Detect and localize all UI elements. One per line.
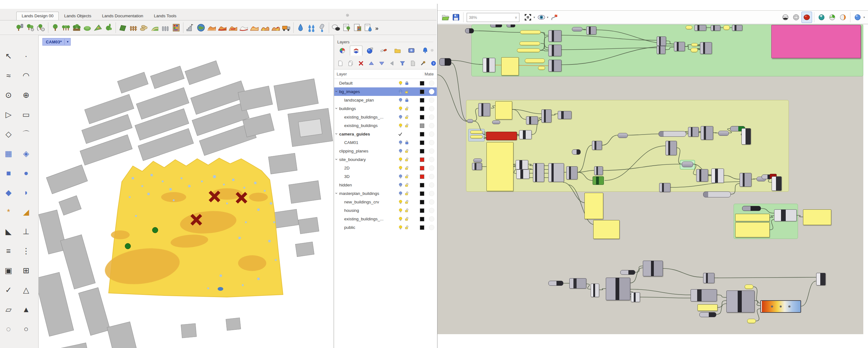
rhino-tool-23[interactable]: ⊞ [19, 264, 33, 277]
rhino-tool-24[interactable]: ✓ [2, 284, 16, 296]
dropdown-arrow-icon[interactable]: ▾ [533, 16, 535, 19]
rhino-tool-16[interactable]: * [2, 206, 16, 218]
tree-button[interactable] [50, 22, 61, 34]
gh-node-pill-cap-long[interactable] [658, 131, 686, 137]
rhino-tool-26[interactable]: ▱ [2, 303, 16, 316]
layer-lock-icon[interactable] [404, 148, 409, 154]
expand-chevron-icon[interactable] [334, 157, 339, 162]
mountain-hollow-button[interactable] [238, 22, 249, 34]
layer-visibility-bulb-icon[interactable] [398, 182, 403, 188]
gh-node-slider-sm[interactable] [470, 135, 483, 139]
gh-node-pill[interactable] [572, 27, 583, 31]
layer-lock-icon[interactable] [404, 208, 409, 213]
fence-button[interactable] [128, 22, 139, 34]
layer-lock-icon[interactable] [404, 114, 409, 120]
layer-row-cam01[interactable]: CAM01 [334, 138, 437, 147]
layer-row-hidden[interactable]: hidden [334, 181, 437, 189]
layer-material-cell[interactable] [426, 89, 437, 94]
ball-red-selected-button[interactable] [801, 11, 812, 23]
rhino-tool-4[interactable]: ⊙ [2, 89, 16, 101]
layers-down-button[interactable] [377, 58, 386, 68]
sprinkler-button[interactable] [316, 22, 327, 34]
zoom-level-combobox[interactable]: 38%∨ [467, 13, 519, 22]
gh-node-comp-light[interactable] [631, 292, 640, 302]
layer-color-swatch[interactable] [420, 123, 424, 128]
gh-node-pill-cap[interactable] [548, 281, 563, 286]
tree-tool-button[interactable] [14, 22, 25, 34]
gh-node-comp-sm[interactable] [558, 111, 571, 119]
rhino-tool-15[interactable]: ◗ [19, 186, 33, 199]
mountain-cap-button[interactable] [249, 22, 260, 34]
rhino-tool-11[interactable]: ◈ [19, 147, 33, 160]
gh-node-slider-sm[interactable] [538, 66, 545, 70]
layer-material-cell[interactable] [426, 123, 437, 128]
layer-visibility-bulb-icon[interactable] [398, 81, 403, 86]
layer-visibility-bulb-icon[interactable] [398, 165, 403, 171]
layer-visibility-bulb-icon[interactable] [398, 191, 403, 196]
layer-color-swatch[interactable] [420, 174, 424, 179]
layer-color-swatch[interactable] [420, 81, 424, 86]
layer-visibility-bulb-icon[interactable] [398, 114, 403, 120]
layer-material-cell[interactable] [426, 114, 437, 120]
layer-visibility-bulb-icon[interactable] [398, 140, 403, 145]
gh-node-red[interactable] [486, 132, 517, 140]
save-button[interactable] [451, 11, 461, 23]
gh-node-comp-big[interactable] [726, 290, 755, 313]
rhino-tool-29[interactable]: ○ [19, 322, 33, 335]
ball-blue-button[interactable] [852, 11, 863, 23]
gh-node-panel-wide[interactable] [735, 214, 770, 221]
gh-node-pill-dark[interactable] [439, 58, 451, 66]
gh-node-slider-sm[interactable] [723, 25, 730, 30]
layer-material-cell[interactable] [426, 132, 437, 137]
gh-node-panel[interactable] [593, 220, 620, 239]
path-button[interactable] [150, 22, 160, 34]
layers-up-button[interactable] [367, 58, 376, 68]
layer-visibility-bulb-icon[interactable] [398, 174, 403, 179]
layer-lock-icon[interactable] [404, 157, 409, 162]
gh-node-comp[interactable] [740, 173, 751, 187]
menu-tab-lands-documentation[interactable]: Lands Documentation [97, 11, 149, 20]
ball-green-button[interactable] [827, 11, 838, 23]
gh-node-comp[interactable] [541, 109, 552, 123]
layer-visibility-bulb-icon[interactable] [398, 148, 403, 154]
layer-color-swatch[interactable] [420, 183, 424, 187]
gh-node-comp[interactable] [548, 30, 561, 42]
layer-material-cell[interactable] [426, 148, 437, 154]
rhino-tool-10[interactable]: ▦ [2, 147, 16, 160]
doc-drop-button[interactable] [363, 22, 373, 34]
gh-node-pill-cap[interactable] [572, 149, 581, 155]
layers-filter-button[interactable] [398, 58, 407, 68]
layer-material-cell[interactable] [426, 106, 437, 111]
flowerbed-button[interactable] [93, 22, 103, 34]
layer-visibility-bulb-icon[interactable] [398, 106, 403, 111]
gh-node-comp[interactable] [701, 126, 713, 140]
gh-node-pill-dark[interactable] [506, 25, 515, 27]
layer-row-site-boundary[interactable]: site_boundary [334, 155, 437, 164]
layer-lock-icon[interactable] [404, 89, 409, 94]
gh-node-pill[interactable] [618, 133, 628, 138]
gh-node-pill[interactable] [492, 120, 500, 124]
chevron-down-icon[interactable]: ∨ [515, 16, 517, 20]
layer-visibility-bulb-icon[interactable] [398, 157, 403, 162]
rhino-tool-25[interactable]: △ [19, 284, 33, 296]
rhino-tool-27[interactable]: ▲ [19, 303, 33, 316]
layer-color-swatch[interactable] [420, 149, 424, 153]
layer-row-bg-images[interactable]: bg_images [334, 87, 437, 96]
layer-color-swatch[interactable] [420, 90, 424, 94]
hills-yellow-button[interactable] [260, 22, 270, 34]
gh-node-panel-sm[interactable] [698, 304, 718, 311]
drop-button[interactable] [295, 22, 306, 34]
rhino-tool-18[interactable]: ◣ [2, 225, 16, 238]
layer-lock-icon[interactable] [404, 140, 409, 145]
rhino-tool-0[interactable]: ↖ [2, 50, 16, 62]
panel-tab-display[interactable] [405, 46, 418, 56]
doc-grid-button[interactable] [352, 22, 363, 34]
gh-node-pill-cap[interactable] [620, 270, 635, 275]
globe-button[interactable] [196, 22, 206, 34]
rhino-tool-13[interactable]: ● [19, 167, 33, 179]
ball-wire-dark-button[interactable] [780, 11, 791, 23]
gh-node-pill[interactable] [682, 162, 693, 167]
rhino-tool-2[interactable]: ≈ [2, 69, 16, 82]
gh-node-gradient[interactable] [760, 300, 801, 313]
layer-material-cell[interactable] [426, 174, 437, 179]
